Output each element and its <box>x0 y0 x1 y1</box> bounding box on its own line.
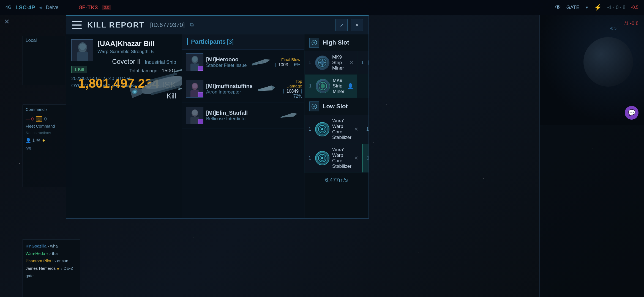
chat-text-1: › wha <box>48 244 58 248</box>
menu-button[interactable] <box>72 21 82 29</box>
participant-1-alliance-badge <box>198 66 203 71</box>
warp-stabilizer-1-icon <box>317 124 328 135</box>
low-slot-item-3-count: 1 <box>309 156 312 161</box>
participant-2-stats: Top Damage | 10849 | 72% <box>280 79 302 99</box>
high-slot-items: 1 <box>304 51 369 98</box>
high-slot-icon-svg <box>311 40 317 46</box>
chat-line-2: Wan-Heda + › tha <box>26 250 77 257</box>
strip-miner-3-icon <box>317 81 328 92</box>
high-slot-item-3-status: 👤 <box>347 83 353 89</box>
export-button[interactable]: ↗ <box>335 19 348 31</box>
close-overlay-button[interactable]: ✕ <box>4 18 10 26</box>
local-panel: Local <box>23 36 65 85</box>
low-slot-section: Low Slot 1 <box>304 98 369 173</box>
damage-row: Total damage: 15001 <box>78 68 176 74</box>
chat-name-1: KinGodzilla <box>26 244 47 248</box>
participant-2-weapon <box>254 80 278 97</box>
svg-point-24 <box>192 83 197 88</box>
participant-1-damage: 1003 <box>278 62 288 67</box>
participants-header: Participants [3] <box>182 34 304 50</box>
chat-badge-4: ★ <box>57 267 60 271</box>
weapon-2-svg <box>254 80 278 97</box>
fleet-command-text: Fleet Command <box>23 124 72 131</box>
member-count: 0/5 <box>23 145 72 152</box>
participant-3-avatar <box>186 107 203 124</box>
low-slot-item-2: 1 Imperial Navy Damage Cont <box>362 115 369 144</box>
gate-label[interactable]: GATE <box>566 5 580 10</box>
region-name: Delve <box>46 5 58 10</box>
low-slot-icon <box>309 101 319 111</box>
participants-title: Participants <box>187 38 226 45</box>
participant-2-damage-row: | 10849 | 72% <box>280 89 302 99</box>
svg-rect-4 <box>78 51 87 51</box>
chat-icon-right[interactable]: 💬 <box>625 106 638 120</box>
victim-name: [UAA]Khazar Bill <box>97 39 155 48</box>
fleet-status: — 0 1 0 <box>23 114 72 124</box>
right-panel: /1 -0 8 -0 5 💬 <box>539 15 644 297</box>
participant-1-ship: Stabber Fleet Issue <box>206 63 247 68</box>
high-slot-item-3: 1 <box>305 75 357 98</box>
low-slot-items: 1 'Aura' Warp Core Stabilizer ✕ <box>304 115 369 173</box>
chevron-down-icon[interactable]: ▼ <box>585 5 589 10</box>
chat-line-3: Phantom Pilot ! › at sun <box>26 257 77 265</box>
panel-title-id: [ID:6779370] <box>150 21 185 29</box>
region-separator: ◂ <box>39 4 42 10</box>
victim-info: [UAA]Khazar Bill Warp Scramble Strength:… <box>97 39 155 54</box>
sec-status: -0.5 <box>631 5 638 10</box>
eye-icon[interactable]: 👁 <box>555 4 561 11</box>
low-slot-item-4: 1 'Aura' Warp Core Stabilizer 👤 <box>362 144 369 172</box>
low-slot-item-4-count: 1 <box>367 156 369 161</box>
chat-name-4: James Hemeros <box>26 266 56 271</box>
space-view: /1 -0 8 -0 5 💬 <box>540 15 644 125</box>
chat-name-3: Phantom Pilot <box>26 258 51 263</box>
copy-icon[interactable]: ⧉ <box>190 22 194 28</box>
sec-status-display: /1 -0 8 <box>624 21 638 26</box>
sec-display-2: -0 5 <box>610 26 616 31</box>
participants-column: Participants [3] <box>182 34 304 218</box>
participant-1-pct: 6% <box>294 62 300 67</box>
chat-line-4: James Hemeros ★ › DE-Z gate. <box>26 265 77 279</box>
participant-item-3: [MI]Elin_Starfall Bellicose Interdictor <box>182 103 304 128</box>
high-slot-item-2-count: 1 <box>361 60 365 65</box>
participant-2-name: [MI]muffinstuffins <box>206 83 253 89</box>
kill-report-panel: Kill Report [ID:6779370] ⧉ ↗ × <box>66 15 369 219</box>
svg-point-3 <box>79 43 86 50</box>
participant-1-stats: Final Blow | 1003 | 6% <box>275 57 300 67</box>
low-slot-header: Low Slot <box>304 98 369 115</box>
svg-point-18 <box>192 56 198 62</box>
participant-2-ship: Atron Interceptor <box>206 89 253 95</box>
total-damage-value: 15001 <box>162 68 176 73</box>
svg-point-63 <box>321 157 323 159</box>
high-slot-item-3-icon <box>316 79 330 93</box>
high-slot-title: High Slot <box>323 39 349 46</box>
network-status: 4G <box>6 5 11 10</box>
top-bar: 4G LSC-4P ◂ Delve 8F-TK3 0.0 👁 GATE ▼ ⚡ … <box>0 0 644 15</box>
character-id: 8F-TK3 <box>79 4 98 11</box>
isk-currency: ISK <box>162 80 176 90</box>
participant-2-damage: 10849 <box>286 89 299 94</box>
kill-result: Kill <box>78 92 176 100</box>
close-panel-button[interactable]: × <box>351 19 363 31</box>
slots-column: High Slot 1 <box>304 34 369 218</box>
ship-type-name: Covetor II Industrial Ship <box>78 58 176 65</box>
panel-title: Kill Report <box>87 21 144 29</box>
low-slot-item-1-status: ✕ <box>354 126 358 132</box>
character-status: 0.0 <box>102 5 111 10</box>
svg-point-46 <box>321 84 325 88</box>
fleet-panel: Command › — 0 1 0 Fleet Command No instr… <box>23 105 72 187</box>
total-damage-label: Total damage: <box>129 68 159 73</box>
participant-3-weapon <box>277 106 302 125</box>
participant-1-damage-row: | 1003 | 6% <box>275 62 300 67</box>
participant-1-name: [MI]Heroooo <box>206 56 247 63</box>
participant-item-2: [MI]muffinstuffins Atron Interceptor Top… <box>182 75 304 103</box>
low-slot-item-1: 1 'Aura' Warp Core Stabilizer ✕ <box>305 115 362 144</box>
low-slot-icon-svg <box>311 103 317 109</box>
separator-4: | <box>301 89 302 94</box>
speed-display: 6,477m/s <box>304 173 369 187</box>
low-slot-item-3-name: 'Aura' Warp Core Stabilizer <box>332 147 351 169</box>
high-slot-item-1-count: 1 <box>309 60 312 65</box>
svg-rect-10 <box>178 86 182 90</box>
separator-3: | <box>283 89 284 94</box>
filter-icon[interactable]: ⚡ <box>594 4 602 11</box>
high-slot-item-3-count: 1 <box>309 84 313 89</box>
